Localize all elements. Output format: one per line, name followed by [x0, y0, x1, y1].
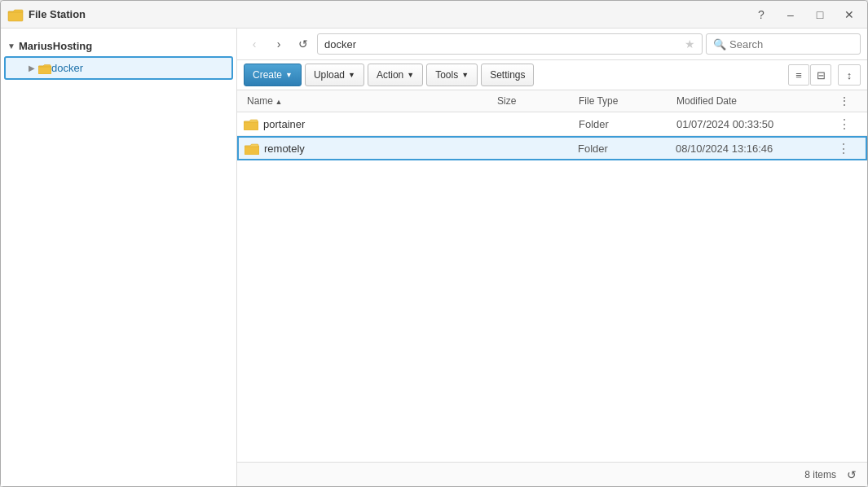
settings-button[interactable]: Settings [481, 64, 534, 86]
toolbar-top: ‹ › ↺ docker ★ 🔍 [237, 29, 867, 60]
file-name: remotely [264, 143, 305, 155]
items-count: 8 items [804, 469, 836, 480]
table-row[interactable]: remotely Folder 08/10/2024 13:16:46 ⋮ [237, 136, 867, 160]
svg-rect-2 [244, 121, 258, 130]
tools-dropdown-icon: ▼ [461, 71, 469, 79]
upload-dropdown-icon: ▼ [348, 71, 355, 79]
detail-view-icon: ⊟ [817, 69, 826, 81]
sidebar-group-mariushosting: ▼ MariusHosting ▶ docker [1, 33, 236, 84]
search-input[interactable] [729, 38, 844, 50]
settings-label: Settings [490, 69, 525, 81]
file-size [494, 122, 575, 125]
table-row[interactable]: portainer Folder 01/07/2024 00:33:50 ⋮ [237, 112, 867, 136]
column-header-name[interactable]: Name [244, 94, 494, 108]
upload-button[interactable]: Upload ▼ [305, 64, 364, 86]
file-type: Folder [575, 116, 673, 132]
item-chevron-icon: ▶ [29, 64, 35, 72]
back-button[interactable]: ‹ [244, 33, 265, 55]
file-type: Folder [575, 141, 672, 156]
maximize-button[interactable]: □ [809, 6, 831, 24]
folder-icon [245, 142, 259, 155]
path-text: docker [324, 38, 356, 50]
sort-button[interactable]: ↕ [838, 64, 861, 86]
toolbar-actions: Create ▼ Upload ▼ Action ▼ Tools ▼ Setti… [237, 60, 867, 90]
row-more-button[interactable]: ⋮ [836, 116, 853, 132]
file-table: Name Size File Type Modified Date ⋮ port… [237, 90, 867, 462]
file-name: portainer [263, 118, 305, 130]
app-title: File Station [29, 8, 750, 20]
column-header-modified: Modified Date [673, 94, 836, 108]
view-buttons: ≡ ⊟ [788, 64, 831, 86]
search-icon: 🔍 [713, 38, 726, 50]
folder-icon [244, 117, 258, 130]
folder-icon [38, 63, 51, 74]
column-header-size: Size [494, 94, 575, 108]
file-modified: 01/07/2024 00:33:50 [673, 116, 836, 132]
sidebar: ▼ MariusHosting ▶ docker [1, 29, 237, 486]
refresh-button[interactable]: ↺ [293, 33, 314, 55]
file-name-cell: remotely [245, 142, 493, 155]
sidebar-item-docker[interactable]: ▶ docker [4, 56, 233, 80]
group-chevron-icon: ▼ [7, 42, 15, 50]
sidebar-group-header[interactable]: ▼ MariusHosting [1, 37, 236, 55]
minimize-button[interactable]: – [779, 6, 802, 24]
file-modified: 08/10/2024 13:16:46 [672, 141, 835, 156]
titlebar: File Station ? – □ ✕ [1, 1, 867, 29]
file-station-window: File Station ? – □ ✕ ▼ MariusHosting ▶ [0, 0, 868, 487]
app-icon [7, 7, 24, 23]
close-button[interactable]: ✕ [838, 6, 861, 24]
create-label: Create [253, 69, 282, 81]
tools-label: Tools [435, 69, 458, 81]
svg-rect-1 [38, 66, 51, 74]
column-header-filetype: File Type [575, 94, 673, 108]
sidebar-item-label: docker [51, 62, 83, 74]
statusbar: 8 items ↺ [237, 462, 867, 486]
group-label: MariusHosting [19, 40, 92, 52]
svg-rect-0 [8, 11, 23, 21]
forward-button[interactable]: › [268, 33, 289, 55]
svg-rect-3 [245, 146, 259, 155]
list-view-button[interactable]: ≡ [788, 64, 809, 86]
help-button[interactable]: ? [750, 6, 773, 24]
table-header: Name Size File Type Modified Date ⋮ [237, 90, 867, 112]
action-button[interactable]: Action ▼ [368, 64, 423, 86]
tools-button[interactable]: Tools ▼ [426, 64, 478, 86]
column-header-more: ⋮ [836, 94, 861, 108]
search-box[interactable]: 🔍 [706, 33, 861, 55]
content-area: ▼ MariusHosting ▶ docker ‹ › ↺ [1, 29, 867, 486]
create-dropdown-icon: ▼ [285, 71, 293, 79]
file-size [493, 147, 575, 150]
window-controls: ? – □ ✕ [750, 6, 861, 24]
detail-view-button[interactable]: ⊟ [810, 64, 831, 86]
path-bar[interactable]: docker ★ [317, 33, 703, 55]
row-more-button[interactable]: ⋮ [835, 140, 852, 156]
create-button[interactable]: Create ▼ [244, 64, 302, 86]
favorite-star-icon: ★ [685, 37, 695, 50]
action-dropdown-icon: ▼ [407, 71, 414, 79]
upload-label: Upload [314, 69, 345, 81]
file-name-cell: portainer [244, 117, 494, 130]
statusbar-refresh-button[interactable]: ↺ [843, 466, 861, 484]
action-label: Action [377, 69, 403, 81]
main-area: ‹ › ↺ docker ★ 🔍 Create ▼ U [237, 29, 867, 486]
